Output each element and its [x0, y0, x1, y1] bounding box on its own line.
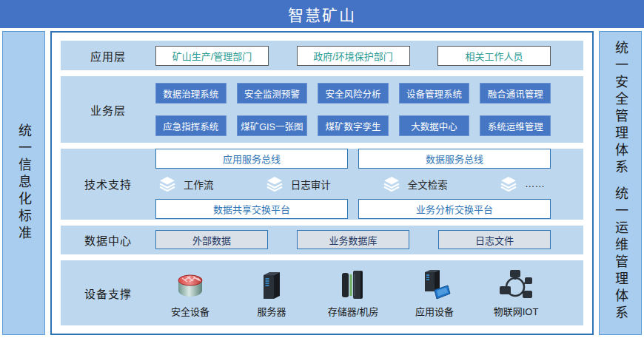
- service-bus-box: 数据服务总线: [358, 149, 551, 169]
- middleware-services-row: 工作流 日志审计 全文检索: [155, 176, 551, 192]
- business-box: 安全监测预警: [237, 83, 308, 104]
- business-layer-band: 业务层 数据治理系统 安全监测预警 安全风险分析 设备管理系统 融合通讯管理 应…: [61, 76, 583, 143]
- layers-icon: [383, 176, 400, 192]
- application-box: 矿山生产/管理部门: [155, 46, 269, 66]
- tech-support-content: 应用服务总线 数据服务总线 工作流: [155, 149, 551, 219]
- tech-support-label: 技术支持: [61, 176, 155, 192]
- diagram-frame: 统一信息化标准 应用层 矿山生产/管理部门 政府/环境保护部门 相关工作人员 业…: [0, 28, 644, 338]
- right-sidebar-label-security: 统一安全管理体系: [614, 41, 627, 177]
- business-layer-boxes: 数据治理系统 安全监测预警 安全风险分析 设备管理系统 融合通讯管理 应急指挥系…: [155, 83, 551, 136]
- service-label: 日志审计: [291, 177, 331, 192]
- left-sidebar-label: 统一信息化标准: [17, 124, 30, 243]
- tech-support-band: 技术支持 应用服务总线 数据服务总线 工作流: [61, 149, 583, 220]
- main-architecture-panel: 应用层 矿山生产/管理部门 政府/环境保护部门 相关工作人员 业务层 数据治理系…: [50, 31, 594, 335]
- exchange-platform-box: 业务分析交换平台: [358, 199, 551, 219]
- equipment-items: 安全设备 服务器: [155, 268, 551, 318]
- left-sidebar-info-standard: 统一信息化标准: [2, 31, 45, 335]
- business-box: 大数据中心: [399, 115, 470, 136]
- equipment-label: 安全设备: [171, 304, 209, 318]
- equipment-layer-label: 设备支撑: [61, 285, 155, 301]
- business-box: 安全风险分析: [318, 83, 389, 104]
- business-box: 融合通讯管理: [480, 83, 551, 104]
- business-layer-label: 业务层: [61, 102, 155, 118]
- iot-icon: [498, 268, 534, 302]
- service-bus-row: 应用服务总线 数据服务总线: [155, 149, 551, 169]
- page-title: 智慧矿山: [288, 3, 356, 25]
- business-box: 煤矿GIS一张图: [237, 115, 308, 136]
- equipment-item: 服务器: [237, 268, 306, 318]
- exchange-platform-box: 数据共享交换平台: [155, 199, 348, 219]
- equipment-item: 存储器/机房: [318, 268, 388, 318]
- business-box: 煤矿数字孪生: [318, 115, 389, 136]
- data-center-band: 数据中心 外部数据 业务数据库 日志文件: [61, 226, 583, 254]
- application-layer-label: 应用层: [61, 48, 155, 64]
- right-sidebar-security-ops: 统一安全管理体系 统一运维管理体系: [599, 31, 642, 335]
- service-label: ……: [525, 178, 545, 189]
- equipment-label: 存储器/机房: [328, 304, 379, 318]
- application-layer-band: 应用层 矿山生产/管理部门 政府/环境保护部门 相关工作人员: [61, 41, 583, 70]
- firewall-icon: [173, 268, 207, 302]
- layers-icon: [158, 176, 176, 192]
- data-box: 日志文件: [438, 230, 551, 249]
- data-box: 外部数据: [155, 230, 268, 249]
- middleware-service: ……: [500, 176, 545, 192]
- equipment-item: 应用设备: [400, 268, 469, 318]
- application-layer-boxes: 矿山生产/管理部门 政府/环境保护部门 相关工作人员: [155, 46, 551, 66]
- layers-icon: [500, 176, 517, 192]
- business-box: 系统运维管理: [480, 115, 551, 136]
- equipment-label: 服务器: [257, 304, 286, 318]
- server-icon: [258, 268, 286, 302]
- equipment-label: 物联网IOT: [494, 304, 539, 318]
- title-banner: 智慧矿山: [0, 0, 644, 28]
- application-box: 相关工作人员: [437, 46, 551, 66]
- service-bus-box: 应用服务总线: [155, 149, 348, 169]
- data-center-label: 数据中心: [61, 232, 155, 248]
- business-box: 应急指挥系统: [155, 115, 227, 136]
- equipment-label: 应用设备: [415, 304, 454, 318]
- data-box: 业务数据库: [297, 230, 409, 249]
- layers-icon: [266, 176, 284, 192]
- exchange-platform-row: 数据共享交换平台 业务分析交换平台: [155, 199, 551, 219]
- equipment-layer-band: 设备支撑: [61, 260, 583, 325]
- middleware-service: 工作流: [158, 176, 214, 192]
- data-center-boxes: 外部数据 业务数据库 日志文件: [155, 230, 551, 249]
- service-label: 全文检索: [408, 177, 448, 192]
- middleware-service: 全文检索: [383, 176, 448, 192]
- business-box: 数据治理系统: [155, 83, 227, 104]
- equipment-item: 物联网IOT: [481, 268, 551, 318]
- middleware-service: 日志审计: [266, 176, 331, 192]
- application-box: 政府/环境保护部门: [297, 46, 410, 66]
- smart-mine-architecture-diagram: 智慧矿山 统一信息化标准 应用层 矿山生产/管理部门 政府/环境保护部门 相关工…: [0, 0, 644, 338]
- app-device-icon: [417, 268, 452, 302]
- business-box: 设备管理系统: [399, 83, 470, 104]
- equipment-item: 安全设备: [155, 268, 225, 318]
- service-label: 工作流: [184, 177, 214, 192]
- storage-icon: [338, 268, 369, 302]
- right-sidebar-label-ops: 统一运维管理体系: [614, 186, 627, 322]
